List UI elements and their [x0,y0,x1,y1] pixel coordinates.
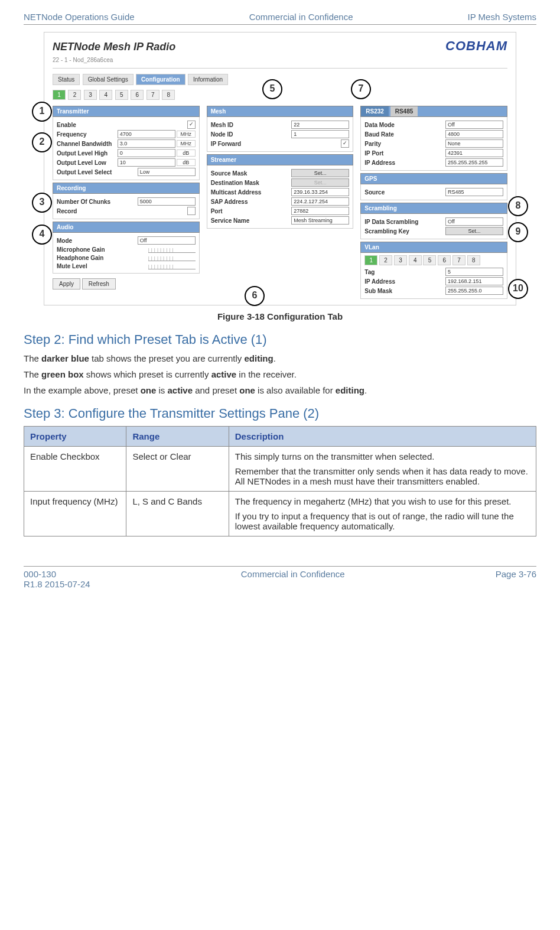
preset-1[interactable]: 1 [53,90,66,100]
callout-1: 1 [32,102,52,122]
key-btn[interactable]: Set... [445,227,503,235]
lbl-ipaddr: IP Address [364,160,445,166]
lbl-record: Record [57,208,187,214]
lbl-mcast: Multicast Address [211,189,292,196]
apply-button[interactable]: Apply [53,278,80,290]
vlan-2[interactable]: 2 [379,255,392,265]
mode-input[interactable]: Off [138,236,196,245]
callout-6: 6 [245,286,265,306]
vipaddr-input[interactable]: 192.168.2.151 [445,277,503,285]
vlan-8[interactable]: 8 [467,255,480,265]
sap-input[interactable]: 224.2.127.254 [291,197,349,206]
lbl-outlow: Output Level Low [57,160,118,166]
callout-9: 9 [508,222,528,242]
port-input[interactable]: 27882 [291,207,349,215]
source-input[interactable]: RS485 [445,188,503,196]
step2-p3: In the example above, preset one is acti… [24,384,536,396]
chunks-input[interactable]: 5000 [138,197,196,206]
vlan-5[interactable]: 5 [423,255,436,265]
srcmask-btn[interactable]: Set... [291,169,349,177]
lbl-mute: Mute Level [57,263,148,269]
lbl-ipdata: IP Data Scrambling [364,219,445,225]
th-property: Property [24,427,126,447]
recording-head: Recording [53,183,200,194]
tab-information[interactable]: Information [188,74,228,85]
lbl-dmode: Data Mode [364,122,445,128]
lbl-key: Scrambling Key [364,228,445,235]
lbl-tag: Tag [364,269,445,275]
ipaddr-input[interactable]: 255.255.255.255 [445,158,503,167]
gps-head: GPS [360,173,507,184]
streamer-head: Streamer [207,154,354,165]
preset-5[interactable]: 5 [115,90,128,100]
rs232-tab[interactable]: RS232 [361,106,389,116]
svc-input[interactable]: Mesh Streaming [291,216,349,225]
tab-global[interactable]: Global Settings [83,74,134,85]
right-col: RS232 RS485 Data ModeOff Baud Rate4800 P… [360,103,507,299]
vlan-4[interactable]: 4 [409,255,422,265]
ipfwd-cb[interactable]: ✓ [341,139,349,148]
callout-7: 7 [351,79,371,99]
outhigh-input[interactable]: 0 [118,149,175,157]
step2-p1: The darker blue tab shows the preset you… [24,352,536,365]
freq-input[interactable]: 4700 [118,130,175,138]
page-footer: 000-130R1.8 2015-07-24 Commercial in Con… [24,566,536,589]
dstmask-btn[interactable]: Set... [291,178,349,187]
preset-6[interactable]: 6 [131,90,144,100]
lbl-nodeid: Node ID [211,131,292,138]
transmitter-head: Transmitter [53,106,200,117]
bw-input[interactable]: 3.0 [118,139,175,148]
parity-input[interactable]: None [445,139,503,148]
rs485-tab[interactable]: RS485 [390,106,418,116]
freq-unit: MHz [177,131,196,138]
dmode-input[interactable]: Off [445,121,503,129]
preset-3[interactable]: 3 [84,90,97,100]
lbl-ipport: IP Port [364,150,445,157]
th-description: Description [229,427,536,447]
preset-8[interactable]: 8 [162,90,175,100]
callout-2: 2 [32,132,52,152]
preset-7[interactable]: 7 [146,90,159,100]
lbl-dstmask: Destination Mask [211,180,292,186]
preset-4[interactable]: 4 [99,90,112,100]
vlan-6[interactable]: 6 [438,255,451,265]
baud-input[interactable]: 4800 [445,130,503,138]
header-left: NETNode Operations Guide [24,12,135,22]
lbl-outhigh: Output Level High [57,150,118,157]
lbl-mic: Microphone Gain [57,246,148,253]
tag-input[interactable]: 5 [445,268,503,276]
mic-slider[interactable] [148,246,196,253]
tab-configuration[interactable]: Configuration [136,74,185,85]
nodeid-input[interactable]: 1 [291,130,349,138]
left-col: Transmitter Enable✓ Frequency4700MHz Cha… [53,103,200,299]
vlan-1[interactable]: 1 [364,255,377,265]
ipport-input[interactable]: 42391 [445,149,503,157]
vlan-7[interactable]: 7 [452,255,465,265]
refresh-button[interactable]: Refresh [82,278,116,290]
tab-status[interactable]: Status [53,74,80,85]
submask-input[interactable]: 255.255.255.0 [445,287,503,295]
record-cb[interactable] [187,207,196,215]
hp-slider[interactable] [148,254,196,261]
outsel-input[interactable]: Low [138,168,196,176]
vlan-3[interactable]: 3 [394,255,407,265]
outhigh-unit: dB [177,149,196,157]
th-range: Range [126,427,229,447]
callout-3: 3 [32,193,52,213]
mute-slider[interactable] [148,262,196,269]
preset-2[interactable]: 2 [68,90,81,100]
enable-cb[interactable]: ✓ [187,121,196,129]
outlow-input[interactable]: 10 [118,158,175,167]
meshid-input[interactable]: 22 [291,121,349,129]
r2c2: L, S and C Bands [126,492,229,536]
table-row: Enable Checkbox Select or Clear This sim… [24,447,536,492]
mid-col: Mesh Mesh ID22 Node ID1 IP Forward✓ Stre… [207,103,354,299]
lbl-svc: Service Name [211,217,292,224]
r1c1: Enable Checkbox [24,447,126,492]
figure-caption: Figure 3-18 Configuration Tab [24,311,536,321]
ipdata-input[interactable]: Off [445,217,503,226]
lbl-srcmask: Source Mask [211,170,292,177]
mcast-input[interactable]: 239.16.33.254 [291,188,349,196]
callout-10: 10 [508,279,528,299]
lbl-submask: Sub Mask [364,288,445,294]
